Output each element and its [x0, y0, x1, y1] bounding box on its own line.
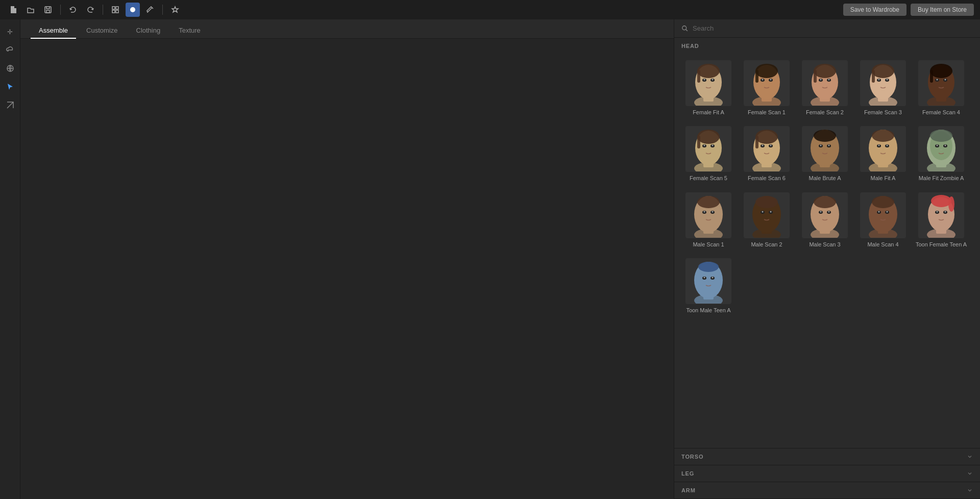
svg-point-96 — [872, 130, 894, 142]
head-item-thumb-toon-female-teen-a — [918, 192, 964, 238]
head-item-toon-male-teen-a[interactable]: Toon Male Teen A — [680, 254, 737, 318]
svg-point-56 — [945, 79, 946, 81]
cursor-tool-icon[interactable] — [2, 79, 18, 95]
buy-item-button[interactable]: Buy Item on Store — [911, 4, 974, 16]
svg-rect-78 — [755, 136, 758, 148]
head-item-female-scan-1[interactable]: Female Scan 1 — [739, 56, 795, 120]
head-item-label-male-scan-2: Male Scan 2 — [751, 241, 782, 248]
leg-label: LEG — [681, 470, 694, 477]
marker-icon[interactable] — [143, 3, 157, 17]
svg-rect-58 — [930, 70, 933, 83]
undo-icon[interactable] — [66, 3, 80, 17]
svg-point-15 — [704, 79, 705, 81]
svg-point-141 — [887, 211, 888, 212]
svg-point-149 — [937, 211, 938, 212]
svg-point-140 — [878, 211, 880, 212]
face-thumbnail — [686, 127, 731, 171]
svg-point-76 — [770, 145, 772, 146]
svg-point-133 — [814, 196, 836, 208]
head-item-label-female-scan-4: Female Scan 4 — [922, 109, 960, 116]
svg-point-75 — [762, 145, 764, 146]
main-content: ✛ Assemble Customize Clothing Texture — [0, 19, 980, 499]
svg-point-113 — [704, 211, 705, 212]
library-icon[interactable] — [108, 3, 122, 17]
svg-rect-18 — [697, 70, 700, 83]
head-item-male-fit-a[interactable]: Male Fit A — [855, 122, 911, 186]
head-item-female-scan-3[interactable]: Female Scan 3 — [855, 56, 911, 120]
save-icon[interactable] — [41, 3, 55, 17]
svg-rect-2 — [116, 7, 118, 9]
head-item-male-fit-zombie-a[interactable]: Male Fit Zombie A — [913, 122, 969, 186]
head-item-female-scan-2[interactable]: Female Scan 2 — [797, 56, 853, 120]
toolbar-divider-3 — [162, 5, 163, 15]
svg-point-25 — [762, 79, 764, 81]
open-file-icon[interactable] — [23, 3, 38, 17]
right-panel: HEAD Female Fit A — [674, 19, 980, 499]
face-thumbnail — [686, 61, 731, 106]
head-item-male-scan-1[interactable]: Male Scan 1 — [680, 188, 737, 252]
new-file-icon[interactable] — [6, 3, 20, 17]
head-item-thumb-male-fit-a — [860, 126, 906, 172]
canvas-area[interactable] — [20, 39, 674, 499]
send-tool-icon[interactable] — [2, 97, 18, 113]
face-thumbnail — [744, 61, 789, 106]
head-item-male-brute-a[interactable]: Male Brute A — [797, 122, 853, 186]
tab-customize[interactable]: Customize — [78, 22, 126, 38]
head-item-female-scan-5[interactable]: Female Scan 5 — [680, 122, 737, 186]
head-section-header[interactable]: HEAD — [679, 38, 975, 53]
tab-clothing[interactable]: Clothing — [128, 22, 169, 38]
svg-rect-28 — [755, 70, 758, 83]
head-item-label-male-fit-zombie-a: Male Fit Zombie A — [919, 174, 964, 182]
svg-point-77 — [755, 130, 778, 144]
left-sidebar: ✛ — [0, 19, 20, 499]
head-item-thumb-female-scan-6 — [744, 126, 790, 172]
face-thumbnail — [802, 61, 847, 106]
arm-section-row[interactable]: ARM — [674, 482, 980, 499]
viewport: Assemble Customize Clothing Texture — [20, 19, 674, 499]
svg-point-115 — [697, 196, 720, 208]
svg-point-132 — [828, 211, 830, 212]
redo-icon[interactable] — [83, 3, 97, 17]
svg-point-17 — [697, 64, 720, 78]
svg-rect-3 — [112, 10, 115, 13]
svg-point-66 — [712, 145, 714, 146]
head-item-female-scan-4[interactable]: Female Scan 4 — [913, 56, 969, 120]
head-item-female-fit-a[interactable]: Female Fit A — [680, 56, 737, 120]
leg-chevron-icon — [967, 470, 973, 477]
head-item-label-female-scan-2: Female Scan 2 — [806, 109, 844, 116]
toolbar-right: Save to Wardrobe Buy Item on Store — [843, 4, 974, 16]
head-item-male-scan-3[interactable]: Male Scan 3 — [797, 188, 853, 252]
svg-point-65 — [704, 145, 705, 146]
cloud-tool-icon[interactable] — [2, 42, 18, 58]
head-item-toon-female-teen-a[interactable]: Toon Female Teen A — [913, 188, 969, 252]
head-item-female-scan-6[interactable]: Female Scan 6 — [739, 122, 795, 186]
head-item-thumb-female-fit-a — [685, 60, 731, 106]
save-to-wardrobe-button[interactable]: Save to Wardrobe — [843, 4, 906, 16]
tab-assemble[interactable]: Assemble — [31, 22, 76, 38]
head-item-male-scan-4[interactable]: Male Scan 4 — [855, 188, 911, 252]
svg-point-151 — [931, 195, 951, 207]
star-icon[interactable] — [168, 3, 182, 17]
tab-texture[interactable]: Texture — [170, 22, 209, 38]
torso-chevron-icon — [967, 454, 973, 460]
svg-point-8 — [682, 26, 687, 30]
search-input[interactable] — [693, 24, 973, 32]
leg-section-row[interactable]: LEG — [674, 465, 980, 482]
head-item-thumb-male-fit-zombie-a — [918, 126, 964, 172]
head-item-label-female-fit-a: Female Fit A — [693, 109, 724, 116]
head-item-male-scan-2[interactable]: Male Scan 2 — [739, 188, 795, 252]
active-tool-icon[interactable] — [126, 3, 140, 17]
svg-point-122 — [762, 211, 764, 212]
arm-chevron-icon — [967, 487, 973, 493]
head-item-thumb-male-scan-2 — [744, 192, 790, 238]
svg-point-45 — [878, 79, 880, 81]
head-item-thumb-female-scan-4 — [918, 60, 964, 106]
face-thumbnail — [919, 127, 964, 171]
face-thumbnail — [744, 127, 789, 171]
face-thumbnail — [919, 193, 964, 238]
globe-tool-icon[interactable] — [2, 60, 18, 77]
move-tool-icon[interactable]: ✛ — [2, 23, 18, 40]
torso-section-row[interactable]: TORSO — [674, 448, 980, 465]
head-item-label-female-scan-6: Female Scan 6 — [748, 174, 786, 182]
svg-rect-38 — [814, 70, 817, 83]
